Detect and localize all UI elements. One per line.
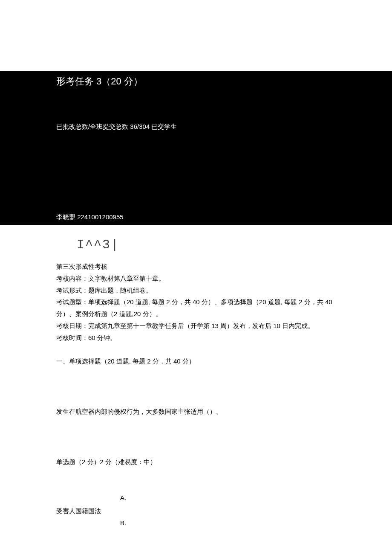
stats-label-suffix: 已交学生 — [150, 123, 177, 130]
option-a-block: A. — [56, 492, 336, 506]
option-a-letter: A. — [120, 492, 126, 504]
top-spacer — [0, 0, 392, 71]
intro-line-1: 第三次形成性考核 — [56, 261, 336, 273]
intro-line-6: 考核时间：60 分钟。 — [56, 332, 336, 344]
stats-label-prefix: 已批改总数/全班提交总数 — [56, 123, 130, 130]
student-id: 2241001200955 — [77, 213, 123, 221]
content-body: 第三次形成性考核 考核内容：文字教材第八章至第十章。 考试形式：题库出题，随机组… — [0, 261, 392, 531]
intro-line-5: 考核日期：完成第九章至第十一章教学任务后（开学第 13 周）发布，发布后 10 … — [56, 320, 336, 332]
intro-line-3: 考试形式：题库出题，随机组卷。 — [56, 285, 336, 296]
student-name: 李晓盟 — [56, 213, 75, 221]
intro-line-2: 考核内容：文字教材第八章至第十章。 — [56, 273, 336, 285]
question-stem: 发生在航空器内部的侵权行为，大多数国家主张适用（）。 — [56, 406, 336, 418]
option-a-row: 受害人国籍国法 — [56, 505, 336, 517]
title-bar: 形考任务 3（20 分） — [0, 71, 392, 92]
header-gap-2 — [0, 133, 392, 212]
decor-text: I^^3| — [0, 225, 392, 261]
page-title: 形考任务 3（20 分） — [56, 76, 143, 87]
intro-line-4: 考试题型：单项选择题（20 道题, 每题 2 分，共 40 分）、多项选择题（2… — [56, 296, 336, 320]
question-meta: 单选题（2 分）2 分（难易度：中） — [56, 456, 336, 468]
option-b-block: B. — [56, 517, 336, 531]
option-a-text: 受害人国籍国法 — [56, 505, 120, 517]
section-heading: 一、单项选择题（20 道题, 每题 2 分，共 40 分） — [56, 355, 336, 367]
student-row: 李晓盟 2241001200955 — [0, 212, 392, 225]
option-b-letter: B. — [120, 517, 126, 529]
stats-ratio: 36/304 — [130, 123, 150, 130]
header-gap-1 — [0, 92, 392, 121]
stats-row: 已批改总数/全班提交总数 36/304 已交学生 — [0, 121, 392, 133]
